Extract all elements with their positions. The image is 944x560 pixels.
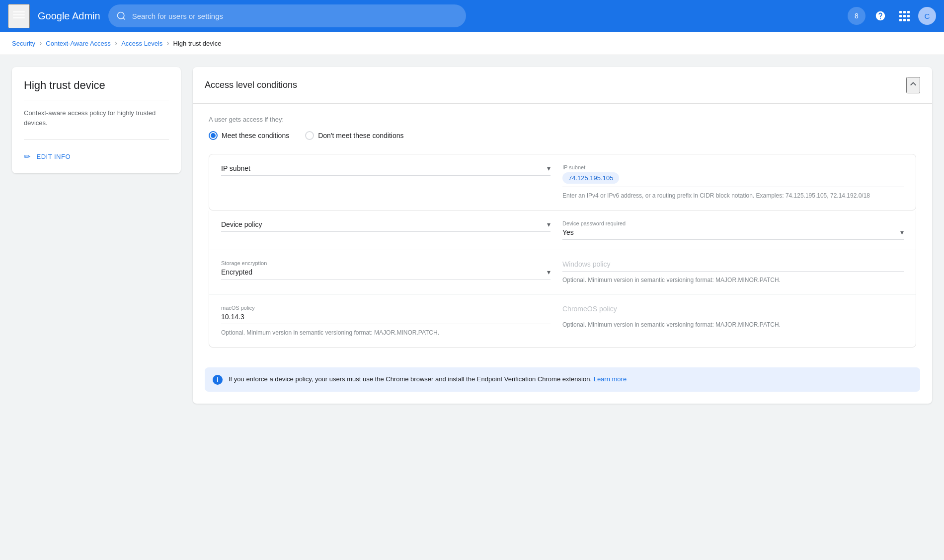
radio-circle-meet [209,131,218,140]
breadcrumb-context-aware[interactable]: Context-Aware Access [46,40,111,47]
ip-chip: 74.125.195.105 [562,172,619,184]
field-group-ip-type: IP subnet ▾ [221,164,562,200]
info-icon: i [213,375,223,385]
search-icon [116,11,126,21]
breadcrumb-sep-3: › [166,39,169,48]
radio-dont-meet-conditions[interactable]: Don't meet these conditions [305,131,403,140]
condition-row-device-policy: Device policy ▾ Device password required… [209,210,916,250]
ip-subnet-hint: Enter an IPv4 or IPv6 address, or a rout… [562,191,904,200]
left-panel: High trust device Context-aware access p… [12,67,181,173]
apps-button[interactable] [894,6,914,26]
macos-policy-hint: Optional. Minimum version in semantic ve… [221,328,551,337]
condition-card-device-policy: Device policy ▾ Device password required… [209,210,916,348]
access-condition-radio-group: Meet these conditions Don't meet these c… [209,131,916,140]
chromeos-policy-input[interactable]: ChromeOS policy [562,305,904,316]
svg-line-4 [123,18,125,20]
breadcrumb-current: High trust device [173,40,222,47]
svg-rect-2 [13,17,25,18]
radio-circle-dont [305,131,314,140]
storage-dropdown-arrow: ▾ [547,268,551,276]
field-group-ip-value: IP subnet 74.125.195.105 Enter an IPv4 o… [562,164,904,200]
apps-icon [899,11,910,21]
field-group-macos: macOS policy 10.14.3 Optional. Minimum v… [221,305,562,337]
breadcrumb-security[interactable]: Security [12,40,35,47]
panel-title: Access level conditions [205,80,297,90]
notification-badge: 8 [848,7,865,25]
breadcrumb: Security › Context-Aware Access › Access… [0,32,944,55]
macos-policy-value[interactable]: 10.14.3 [221,313,551,324]
search-input[interactable] [132,12,458,20]
right-panel: Access level conditions A user gets acce… [193,67,932,404]
avatar[interactable]: C [918,7,936,25]
macos-policy-label: macOS policy [221,305,551,311]
device-password-label: Device password required [562,220,904,226]
device-policy-select[interactable]: Device policy ▾ [221,220,551,232]
help-button[interactable] [870,6,890,26]
collapse-button[interactable] [906,77,920,93]
page-description: Context-aware access policy for highly t… [24,108,169,140]
condition-row-macos-chromeos: macOS policy 10.14.3 Optional. Minimum v… [209,295,916,347]
radio-meet-conditions[interactable]: Meet these conditions [209,131,289,140]
learn-more-link[interactable]: Learn more [594,375,627,383]
panel-header: Access level conditions [193,67,932,104]
ip-subnet-value: 74.125.195.105 [562,172,904,187]
storage-encryption-select[interactable]: Encrypted ▾ [221,268,551,280]
field-group-chromeos: ChromeOS policy Optional. Minimum versio… [562,305,904,337]
info-banner: i If you enforce a device policy, your u… [205,367,920,392]
info-banner-text: If you enforce a device policy, your use… [229,374,627,384]
page-title: High trust device [24,79,169,100]
header-actions: 8 C [847,6,936,26]
field-group-device-policy-type: Device policy ▾ [221,220,562,240]
breadcrumb-sep-1: › [39,39,42,48]
pencil-icon: ✏ [24,152,31,161]
logo-text: Google Admin [38,10,100,22]
svg-point-3 [117,12,124,19]
field-group-device-password: Device password required Yes ▾ [562,220,904,240]
svg-rect-0 [13,11,25,12]
svg-rect-1 [13,14,25,15]
ip-subnet-label: IP subnet [562,164,904,170]
storage-encryption-label: Storage encryption [221,260,551,266]
app-logo: Google Admin [38,10,100,22]
app-header: Google Admin 8 C [0,0,944,32]
breadcrumb-access-levels[interactable]: Access Levels [121,40,162,47]
windows-policy-input[interactable]: Windows policy [562,260,904,272]
breadcrumb-sep-2: › [115,39,117,48]
field-group-windows-policy: Windows policy Optional. Minimum version… [562,260,904,284]
device-policy-dropdown-arrow: ▾ [547,220,551,228]
ip-subnet-dropdown-arrow: ▾ [547,164,551,172]
help-icon [875,10,886,21]
condition-card-ip-subnet: IP subnet ▾ IP subnet 74.125.195.105 Ent… [209,154,916,210]
device-password-dropdown-arrow: ▾ [900,228,904,236]
edit-info-button[interactable]: ✏ EDIT INFO [24,152,71,161]
main-content: High trust device Context-aware access p… [0,55,944,416]
ip-subnet-select[interactable]: IP subnet ▾ [221,164,551,176]
conditions-section: A user gets access if they: Meet these c… [193,104,932,359]
user-access-label: A user gets access if they: [209,116,916,123]
chevron-up-icon [907,78,919,90]
radio-dot-meet [211,133,216,138]
device-password-select[interactable]: Yes ▾ [562,228,904,240]
notification-button[interactable]: 8 [847,6,866,26]
condition-row-storage-windows: Storage encryption Encrypted ▾ Windows p… [209,250,916,295]
windows-policy-hint: Optional. Minimum version in semantic ve… [562,276,904,284]
search-bar[interactable] [108,4,466,27]
field-group-storage: Storage encryption Encrypted ▾ [221,260,562,284]
chromeos-policy-hint: Optional. Minimum version in semantic ve… [562,320,904,329]
condition-row-ip: IP subnet ▾ IP subnet 74.125.195.105 Ent… [209,154,916,210]
menu-button[interactable] [8,4,30,28]
